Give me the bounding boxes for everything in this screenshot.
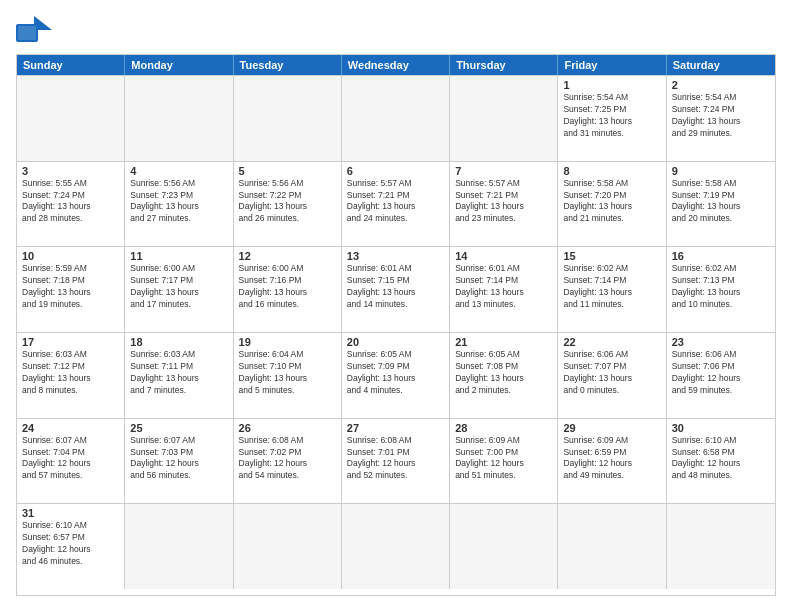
day-info: Sunrise: 6:06 AM Sunset: 7:07 PM Dayligh…: [563, 349, 660, 397]
calendar-cell: [450, 76, 558, 161]
calendar-cell: 27Sunrise: 6:08 AM Sunset: 7:01 PM Dayli…: [342, 419, 450, 504]
day-info: Sunrise: 6:09 AM Sunset: 6:59 PM Dayligh…: [563, 435, 660, 483]
calendar-row-2: 10Sunrise: 5:59 AM Sunset: 7:18 PM Dayli…: [17, 246, 775, 332]
weekday-header-thursday: Thursday: [450, 55, 558, 75]
day-info: Sunrise: 6:02 AM Sunset: 7:13 PM Dayligh…: [672, 263, 770, 311]
calendar-cell: 2Sunrise: 5:54 AM Sunset: 7:24 PM Daylig…: [667, 76, 775, 161]
day-number: 20: [347, 336, 444, 348]
day-number: 1: [563, 79, 660, 91]
day-info: Sunrise: 6:08 AM Sunset: 7:02 PM Dayligh…: [239, 435, 336, 483]
header: [16, 16, 776, 44]
day-info: Sunrise: 6:08 AM Sunset: 7:01 PM Dayligh…: [347, 435, 444, 483]
day-info: Sunrise: 5:54 AM Sunset: 7:24 PM Dayligh…: [672, 92, 770, 140]
day-number: 19: [239, 336, 336, 348]
calendar-cell: [17, 76, 125, 161]
calendar-cell: 24Sunrise: 6:07 AM Sunset: 7:04 PM Dayli…: [17, 419, 125, 504]
day-info: Sunrise: 5:54 AM Sunset: 7:25 PM Dayligh…: [563, 92, 660, 140]
calendar-cell: 11Sunrise: 6:00 AM Sunset: 7:17 PM Dayli…: [125, 247, 233, 332]
calendar-cell: 16Sunrise: 6:02 AM Sunset: 7:13 PM Dayli…: [667, 247, 775, 332]
day-info: Sunrise: 6:10 AM Sunset: 6:57 PM Dayligh…: [22, 520, 119, 568]
day-info: Sunrise: 5:57 AM Sunset: 7:21 PM Dayligh…: [455, 178, 552, 226]
weekday-header-sunday: Sunday: [17, 55, 125, 75]
calendar-cell: [342, 504, 450, 589]
day-number: 3: [22, 165, 119, 177]
day-info: Sunrise: 6:07 AM Sunset: 7:04 PM Dayligh…: [22, 435, 119, 483]
calendar-cell: 8Sunrise: 5:58 AM Sunset: 7:20 PM Daylig…: [558, 162, 666, 247]
day-info: Sunrise: 5:55 AM Sunset: 7:24 PM Dayligh…: [22, 178, 119, 226]
day-number: 14: [455, 250, 552, 262]
calendar-cell: 30Sunrise: 6:10 AM Sunset: 6:58 PM Dayli…: [667, 419, 775, 504]
calendar-cell: 6Sunrise: 5:57 AM Sunset: 7:21 PM Daylig…: [342, 162, 450, 247]
day-info: Sunrise: 5:57 AM Sunset: 7:21 PM Dayligh…: [347, 178, 444, 226]
day-number: 2: [672, 79, 770, 91]
day-info: Sunrise: 6:01 AM Sunset: 7:15 PM Dayligh…: [347, 263, 444, 311]
calendar-cell: 26Sunrise: 6:08 AM Sunset: 7:02 PM Dayli…: [234, 419, 342, 504]
calendar-cell: [125, 76, 233, 161]
day-info: Sunrise: 6:10 AM Sunset: 6:58 PM Dayligh…: [672, 435, 770, 483]
calendar-cell: 7Sunrise: 5:57 AM Sunset: 7:21 PM Daylig…: [450, 162, 558, 247]
calendar-row-5: 31Sunrise: 6:10 AM Sunset: 6:57 PM Dayli…: [17, 503, 775, 589]
svg-marker-1: [34, 16, 52, 30]
day-number: 5: [239, 165, 336, 177]
day-number: 17: [22, 336, 119, 348]
calendar-cell: 9Sunrise: 5:58 AM Sunset: 7:19 PM Daylig…: [667, 162, 775, 247]
calendar-cell: 18Sunrise: 6:03 AM Sunset: 7:11 PM Dayli…: [125, 333, 233, 418]
calendar-cell: [667, 504, 775, 589]
day-number: 28: [455, 422, 552, 434]
calendar-cell: 3Sunrise: 5:55 AM Sunset: 7:24 PM Daylig…: [17, 162, 125, 247]
day-info: Sunrise: 5:58 AM Sunset: 7:19 PM Dayligh…: [672, 178, 770, 226]
calendar-cell: 19Sunrise: 6:04 AM Sunset: 7:10 PM Dayli…: [234, 333, 342, 418]
day-number: 9: [672, 165, 770, 177]
day-number: 30: [672, 422, 770, 434]
day-info: Sunrise: 6:00 AM Sunset: 7:16 PM Dayligh…: [239, 263, 336, 311]
calendar-cell: 22Sunrise: 6:06 AM Sunset: 7:07 PM Dayli…: [558, 333, 666, 418]
weekday-header-monday: Monday: [125, 55, 233, 75]
day-number: 7: [455, 165, 552, 177]
calendar-cell: [234, 504, 342, 589]
calendar-row-4: 24Sunrise: 6:07 AM Sunset: 7:04 PM Dayli…: [17, 418, 775, 504]
calendar-cell: 25Sunrise: 6:07 AM Sunset: 7:03 PM Dayli…: [125, 419, 233, 504]
day-number: 29: [563, 422, 660, 434]
calendar-cell: [450, 504, 558, 589]
day-info: Sunrise: 5:56 AM Sunset: 7:23 PM Dayligh…: [130, 178, 227, 226]
day-number: 23: [672, 336, 770, 348]
calendar-row-1: 3Sunrise: 5:55 AM Sunset: 7:24 PM Daylig…: [17, 161, 775, 247]
day-number: 27: [347, 422, 444, 434]
calendar-cell: 15Sunrise: 6:02 AM Sunset: 7:14 PM Dayli…: [558, 247, 666, 332]
day-number: 15: [563, 250, 660, 262]
calendar-cell: 4Sunrise: 5:56 AM Sunset: 7:23 PM Daylig…: [125, 162, 233, 247]
day-info: Sunrise: 5:59 AM Sunset: 7:18 PM Dayligh…: [22, 263, 119, 311]
day-info: Sunrise: 6:05 AM Sunset: 7:08 PM Dayligh…: [455, 349, 552, 397]
weekday-header-tuesday: Tuesday: [234, 55, 342, 75]
day-number: 6: [347, 165, 444, 177]
day-info: Sunrise: 6:07 AM Sunset: 7:03 PM Dayligh…: [130, 435, 227, 483]
calendar-cell: [234, 76, 342, 161]
generalblue-logo-icon: [16, 16, 52, 44]
day-number: 25: [130, 422, 227, 434]
calendar-cell: 23Sunrise: 6:06 AM Sunset: 7:06 PM Dayli…: [667, 333, 775, 418]
calendar-cell: 14Sunrise: 6:01 AM Sunset: 7:14 PM Dayli…: [450, 247, 558, 332]
calendar-cell: 5Sunrise: 5:56 AM Sunset: 7:22 PM Daylig…: [234, 162, 342, 247]
day-info: Sunrise: 6:09 AM Sunset: 7:00 PM Dayligh…: [455, 435, 552, 483]
calendar-header: SundayMondayTuesdayWednesdayThursdayFrid…: [17, 55, 775, 75]
calendar-body: 1Sunrise: 5:54 AM Sunset: 7:25 PM Daylig…: [17, 75, 775, 589]
day-number: 22: [563, 336, 660, 348]
day-number: 31: [22, 507, 119, 519]
calendar-cell: [125, 504, 233, 589]
calendar-cell: 29Sunrise: 6:09 AM Sunset: 6:59 PM Dayli…: [558, 419, 666, 504]
weekday-header-friday: Friday: [558, 55, 666, 75]
calendar-cell: 31Sunrise: 6:10 AM Sunset: 6:57 PM Dayli…: [17, 504, 125, 589]
day-number: 24: [22, 422, 119, 434]
day-number: 10: [22, 250, 119, 262]
page: SundayMondayTuesdayWednesdayThursdayFrid…: [0, 0, 792, 612]
calendar-cell: 20Sunrise: 6:05 AM Sunset: 7:09 PM Dayli…: [342, 333, 450, 418]
day-number: 21: [455, 336, 552, 348]
day-number: 13: [347, 250, 444, 262]
calendar-row-0: 1Sunrise: 5:54 AM Sunset: 7:25 PM Daylig…: [17, 75, 775, 161]
day-number: 8: [563, 165, 660, 177]
day-number: 26: [239, 422, 336, 434]
calendar-cell: [342, 76, 450, 161]
day-info: Sunrise: 6:03 AM Sunset: 7:11 PM Dayligh…: [130, 349, 227, 397]
day-info: Sunrise: 5:58 AM Sunset: 7:20 PM Dayligh…: [563, 178, 660, 226]
day-number: 18: [130, 336, 227, 348]
